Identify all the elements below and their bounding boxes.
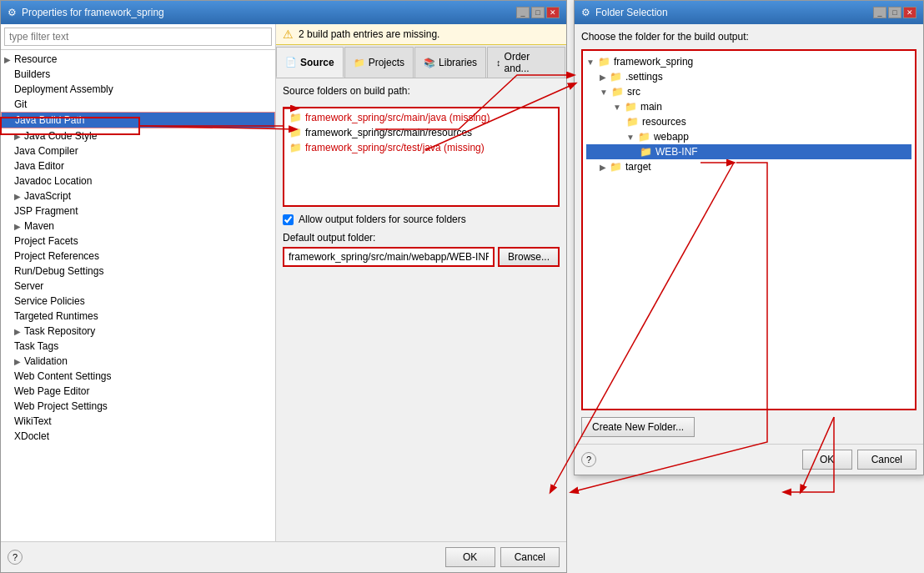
sidebar: ▶ResourceBuildersDeployment AssemblyGitJ… <box>1 24 276 541</box>
sidebar-item-webcontentsettings[interactable]: Web Content Settings <box>1 369 275 384</box>
source-list-item[interactable]: 📁framework_spring/src/main/java (missing… <box>286 110 556 125</box>
sidebar-item-validation[interactable]: ▶Validation <box>1 354 275 369</box>
fd-help-icon[interactable]: ? <box>581 452 596 467</box>
sidebar-item-targetedruntimes[interactable]: Targeted Runtimes <box>1 309 275 324</box>
sidebar-item-label: Run/Debug Settings <box>14 265 103 277</box>
output-folder-input[interactable] <box>283 247 495 267</box>
sidebar-item-webpageeditor[interactable]: Web Page Editor <box>1 384 275 399</box>
sidebar-item-label: JSP Fragment <box>14 205 78 217</box>
sidebar-item-deploymentassembly[interactable]: Deployment Assembly <box>1 82 275 97</box>
warning-text: 2 build path entries are missing. <box>299 28 439 40</box>
tree-arrow-icon: ▶ <box>14 222 21 231</box>
sidebar-item-javabuildpath[interactable]: Java Build Path <box>1 112 275 128</box>
folder-tree-item[interactable]: ▼📁webapp <box>586 129 911 144</box>
sidebar-item-label: JavaScript <box>24 190 71 202</box>
sidebar-item-label: WikiText <box>14 415 52 427</box>
main-window-controls: _ □ ✕ <box>516 7 560 18</box>
sidebar-item-javacodestyle[interactable]: ▶Java Code Style <box>1 128 275 143</box>
sidebar-item-projectfacets[interactable]: Project Facets <box>1 234 275 249</box>
source-list-item[interactable]: 📁framework_spring/src/main/resources <box>286 125 556 140</box>
folder-icon: 📁 <box>289 112 302 123</box>
tab-projects[interactable]: 📁Projects <box>344 47 414 78</box>
sidebar-item-label: Validation <box>24 355 68 367</box>
main-bottom-buttons: OK Cancel <box>445 547 560 567</box>
sidebar-item-label: XDoclet <box>14 430 49 442</box>
allow-output-checkbox[interactable] <box>283 214 294 225</box>
sidebar-item-servicepolicies[interactable]: Service Policies <box>1 294 275 309</box>
default-output-label: Default output folder: <box>283 232 560 244</box>
sidebar-item-builders[interactable]: Builders <box>1 67 275 82</box>
tree-arrow-icon: ▶ <box>4 55 11 64</box>
minimize-button[interactable]: _ <box>516 7 530 18</box>
sidebar-item-label: Javadoc Location <box>14 175 92 187</box>
sidebar-item-javaeditor[interactable]: Java Editor <box>1 158 275 173</box>
source-list-item[interactable]: 📁framework_spring/src/test/java (missing… <box>286 140 556 155</box>
folder-icon: 📁 <box>625 101 637 113</box>
help-icon[interactable]: ? <box>8 550 23 565</box>
folder-dialog-bottom: ? OK Cancel <box>575 444 923 475</box>
right-panel: ⚠ 2 build path entries are missing. 📄Sou… <box>276 24 566 541</box>
browse-button[interactable]: Browse... <box>498 247 560 267</box>
create-folder-row: Create New Folder... <box>575 410 923 444</box>
sidebar-item-label: Project References <box>14 250 99 262</box>
allow-output-row: Allow output folders for source folders <box>283 214 560 225</box>
tab-source[interactable]: 📄Source <box>276 47 344 78</box>
fd-maximize-button[interactable]: □ <box>888 7 901 18</box>
folder-tree-item[interactable]: ▶📁.settings <box>586 69 911 84</box>
sidebar-item-wikitext[interactable]: WikiText <box>1 414 275 429</box>
folder-icon: 📁 <box>610 71 622 83</box>
folder-icon: 📁 <box>640 146 652 158</box>
tab-icon: 📚 <box>424 58 435 68</box>
sidebar-item-jspfragment[interactable]: JSP Fragment <box>1 204 275 219</box>
main-ok-button[interactable]: OK <box>445 547 495 567</box>
folder-tree-item[interactable]: 📁WEB-INF <box>586 144 911 159</box>
sidebar-item-xdoclet[interactable]: XDoclet <box>1 429 275 444</box>
folder-item-label: framework_spring <box>614 56 693 68</box>
tree-arrow-icon: ▶ <box>14 327 21 336</box>
maximize-button[interactable]: □ <box>531 7 545 18</box>
sidebar-item-git[interactable]: Git <box>1 97 275 112</box>
fd-minimize-button[interactable]: _ <box>873 7 886 18</box>
folder-item-label: main <box>640 101 662 113</box>
sidebar-item-label: Web Page Editor <box>14 385 90 397</box>
folder-dialog: ⚙ Folder Selection _ □ ✕ Choose the fold… <box>574 0 924 475</box>
fd-close-button[interactable]: ✕ <box>903 7 916 18</box>
folder-tree-item[interactable]: ▼📁main <box>586 99 911 114</box>
fd-ok-button[interactable]: OK <box>802 450 852 470</box>
sidebar-item-webprojectsettings[interactable]: Web Project Settings <box>1 399 275 414</box>
create-folder-button[interactable]: Create New Folder... <box>581 417 695 437</box>
tab-icon: 📄 <box>285 57 297 68</box>
sidebar-item-label: Resource <box>14 53 57 65</box>
folder-icon: 📁 <box>598 56 610 68</box>
close-button[interactable]: ✕ <box>546 7 560 18</box>
main-cancel-button[interactable]: Cancel <box>500 547 560 567</box>
fd-cancel-button[interactable]: Cancel <box>857 450 916 470</box>
sidebar-item-projectreferences[interactable]: Project References <box>1 249 275 264</box>
sidebar-item-label: Builders <box>14 68 50 80</box>
sidebar-item-tasktags[interactable]: Task Tags <box>1 339 275 354</box>
tree-expand-icon: ▼ <box>613 103 621 112</box>
tab-orderand...[interactable]: ↕Order and... <box>487 47 565 78</box>
sidebar-item-server[interactable]: Server <box>1 279 275 294</box>
source-section-label: Source folders on build path: <box>283 85 560 97</box>
tree-expand-icon: ▼ <box>586 58 595 67</box>
sidebar-item-maven[interactable]: ▶Maven <box>1 219 275 234</box>
sidebar-item-javascript[interactable]: ▶JavaScript <box>1 188 275 204</box>
sidebar-item-run/debugsettings[interactable]: Run/Debug Settings <box>1 264 275 279</box>
filter-input[interactable] <box>4 28 272 46</box>
sidebar-item-label: Java Editor <box>14 160 64 172</box>
tab-libraries[interactable]: 📚Libraries <box>414 47 486 78</box>
folder-tree-item[interactable]: ▼📁src <box>586 84 911 99</box>
sidebar-item-taskrepository[interactable]: ▶Task Repository <box>1 324 275 339</box>
source-item-label: framework_spring/src/main/java (missing) <box>305 112 490 123</box>
sidebar-item-resource[interactable]: ▶Resource <box>1 52 275 67</box>
sidebar-item-javacompiler[interactable]: Java Compiler <box>1 143 275 158</box>
sidebar-item-label: Server <box>14 280 43 292</box>
folder-dialog-description: Choose the folder for the build output: <box>575 24 923 49</box>
folder-tree-item[interactable]: ▼📁framework_spring <box>586 54 911 69</box>
folder-tree-item[interactable]: ▶📁target <box>586 159 911 174</box>
warning-icon: ⚠ <box>283 28 294 41</box>
folder-tree-item[interactable]: 📁resources <box>586 114 911 129</box>
sidebar-item-javadoclocation[interactable]: Javadoc Location <box>1 173 275 188</box>
folder-dialog-controls: _ □ ✕ <box>873 7 916 18</box>
